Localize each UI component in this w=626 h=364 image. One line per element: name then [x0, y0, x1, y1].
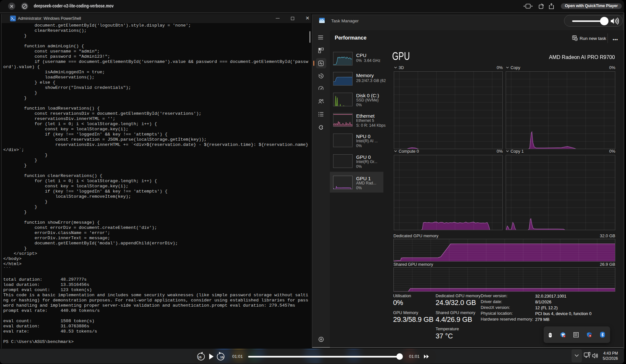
svg-text:15: 15 [220, 355, 224, 359]
svg-text:15: 15 [198, 355, 202, 359]
